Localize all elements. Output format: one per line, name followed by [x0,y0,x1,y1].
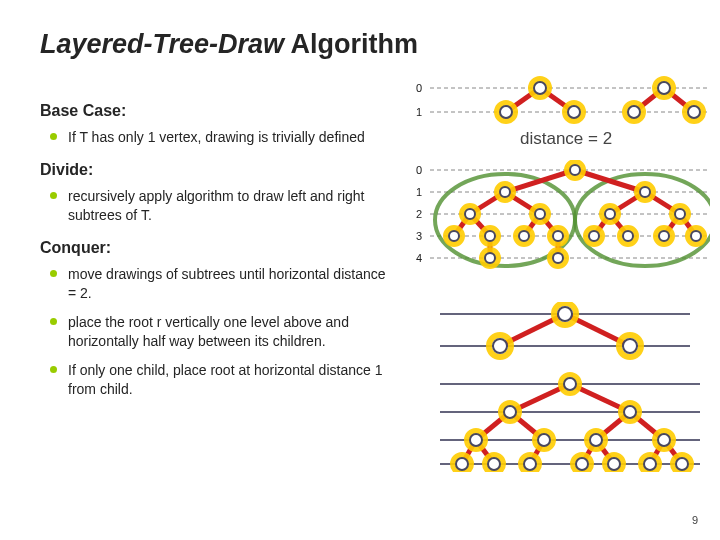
svg-point-119 [488,458,500,470]
svg-point-66 [623,231,633,241]
page-number: 9 [692,514,698,526]
diagram-svg [410,372,710,472]
section-heading-conquer: Conquer: [40,239,410,257]
level-label: 4 [416,252,422,264]
diagram-svg: 0 1 distance = 2 [410,74,710,154]
svg-point-46 [640,187,650,197]
svg-point-113 [590,434,602,446]
svg-point-68 [659,231,669,241]
slide: Layered-Tree-Draw Algorithm Base Case: I… [0,0,720,540]
svg-point-56 [449,231,459,241]
svg-point-15 [628,106,640,118]
svg-point-60 [519,231,529,241]
svg-point-103 [564,378,576,390]
diagram-layered-tree: 0 1 2 3 4 [410,160,710,280]
section-heading-divide: Divide: [40,161,410,179]
conquer-list: move drawings of subtrees until horizont… [40,265,388,398]
level-label: 2 [416,208,422,220]
text-column: Base Case: If T has only 1 vertex, drawi… [40,92,410,412]
title-italic: Layered-Tree-Draw [40,29,284,59]
svg-point-70 [691,231,701,241]
diagram-root-placement [410,302,710,362]
diagram-column: 0 1 distance = 2 [410,92,680,472]
divide-list: recursively apply algorithm to draw left… [40,187,388,225]
svg-point-82 [493,339,507,353]
svg-point-72 [485,253,495,263]
svg-point-80 [558,307,572,321]
svg-point-5 [534,82,546,94]
svg-point-44 [500,187,510,197]
svg-point-109 [470,434,482,446]
svg-point-17 [688,106,700,118]
svg-point-64 [589,231,599,241]
svg-point-121 [524,458,536,470]
svg-point-62 [553,231,563,241]
list-item: If T has only 1 vertex, drawing is trivi… [68,128,388,147]
level-label: 0 [416,164,422,176]
base-case-list: If T has only 1 vertex, drawing is trivi… [40,128,388,147]
diagram-svg: 0 1 2 3 4 [410,160,710,280]
svg-point-9 [568,106,580,118]
level-label: 1 [416,106,422,118]
svg-point-42 [570,165,580,175]
svg-point-123 [576,458,588,470]
diagram-distance: 0 1 distance = 2 [410,74,710,154]
svg-point-48 [465,209,475,219]
diagram-svg [410,302,710,362]
section-heading-base: Base Case: [40,102,410,120]
level-label: 0 [416,82,422,94]
svg-point-54 [675,209,685,219]
svg-point-117 [456,458,468,470]
list-item: recursively apply algorithm to draw left… [68,187,388,225]
svg-point-50 [535,209,545,219]
level-label: 3 [416,230,422,242]
svg-point-105 [504,406,516,418]
diagram-combined-tree [410,372,710,472]
svg-point-129 [676,458,688,470]
list-item: If only one child, place root at horizon… [68,361,388,399]
svg-point-107 [624,406,636,418]
title-rest: Algorithm [284,29,418,59]
svg-point-58 [485,231,495,241]
svg-point-13 [658,82,670,94]
svg-point-127 [644,458,656,470]
svg-point-84 [623,339,637,353]
svg-point-52 [605,209,615,219]
page-title: Layered-Tree-Draw Algorithm [40,28,680,60]
distance-label: distance = 2 [520,129,612,148]
level-label: 1 [416,186,422,198]
svg-point-74 [553,253,563,263]
svg-point-115 [658,434,670,446]
list-item: place the root r vertically one level ab… [68,313,388,351]
svg-point-7 [500,106,512,118]
svg-point-125 [608,458,620,470]
content-columns: Base Case: If T has only 1 vertex, drawi… [40,92,680,472]
list-item: move drawings of subtrees until horizont… [68,265,388,303]
svg-point-111 [538,434,550,446]
